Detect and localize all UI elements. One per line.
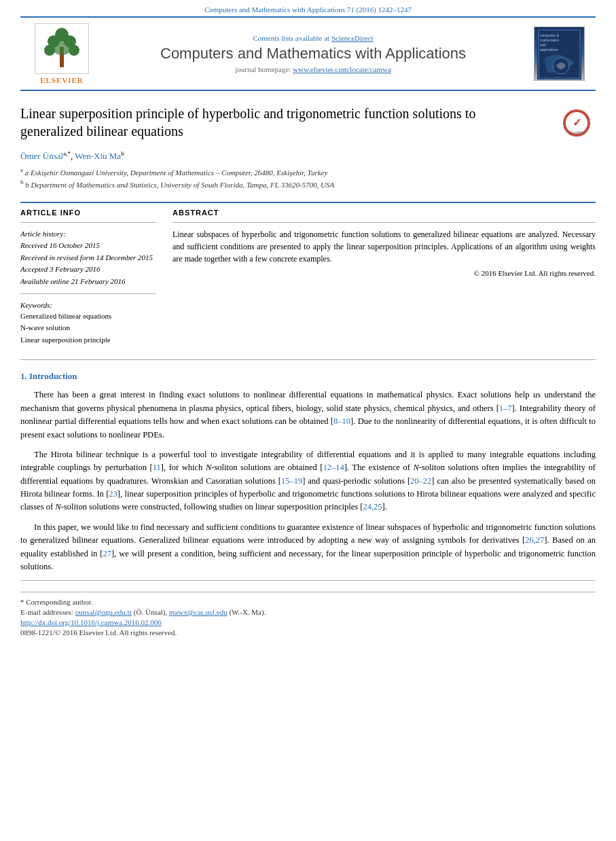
crossmark-badge[interactable]: ✓ CrossMark <box>562 108 596 142</box>
logo-box <box>35 23 89 74</box>
two-col-layout: ARTICLE INFO Article history: Received 1… <box>20 209 596 346</box>
email-note: E-mail addresses: ounsal@ogu.edu.tr (Ö. … <box>20 608 596 616</box>
intro-para-2: The Hirota bilinear technique is a power… <box>20 448 596 514</box>
keywords-divider <box>20 293 156 294</box>
keywords-label: Keywords: <box>20 301 156 309</box>
affiliations: a a Eskişehir Osmangazi University, Depa… <box>20 166 596 190</box>
info-divider <box>20 222 156 223</box>
journal-homepage: journal homepage: www.elsevier.com/locat… <box>99 65 527 73</box>
article-info-heading: ARTICLE INFO <box>20 209 156 217</box>
issn-line: 0898-1221/© 2016 Elsevier Ltd. All right… <box>20 628 596 637</box>
authors: Ömer Ünsala,*, Wen-Xiu Mab <box>20 150 596 162</box>
doi-line: http://dx.doi.org/10.1016/j.camwa.2016.0… <box>20 618 596 626</box>
abstract-text: Linear subspaces of hyperbolic and trigo… <box>173 228 596 265</box>
journal-center: Contents lists available at ScienceDirec… <box>92 34 534 73</box>
sciencedirect-link-text[interactable]: ScienceDirect <box>331 34 374 42</box>
svg-text:CrossMark: CrossMark <box>569 131 585 135</box>
svg-text:✓: ✓ <box>573 117 581 128</box>
corresponding-note: * Corresponding author. <box>20 598 596 606</box>
copyright-line: © 2016 Elsevier Ltd. All rights reserved… <box>173 269 596 277</box>
affil-a: a a Eskişehir Osmangazi University, Depa… <box>20 166 596 178</box>
journal-citation-link[interactable]: Computers and Mathematics with Applicati… <box>204 5 412 14</box>
abstract-divider <box>173 222 596 223</box>
body-divider <box>20 359 596 360</box>
abstract-heading: ABSTRACT <box>173 209 596 217</box>
sciencedirect-link: Contents lists available at ScienceDirec… <box>99 34 527 42</box>
top-journal-link[interactable]: Computers and Mathematics with Applicati… <box>0 0 616 16</box>
article-title: Linear superposition principle of hyperb… <box>20 105 482 140</box>
received-date: Received 16 October 2015 <box>20 240 156 252</box>
elsevier-label: ELSEVIER <box>40 76 84 84</box>
intro-heading: 1. Introduction <box>20 371 596 382</box>
keywords-section: Keywords: Generalized bilinear equations… <box>20 301 156 346</box>
thumb-svg: computers & mathematics with application… <box>537 29 581 79</box>
svg-point-6 <box>51 36 73 55</box>
revised-date: Received in revised form 14 December 201… <box>20 252 156 264</box>
keyword-2: N-wave solution <box>20 322 156 334</box>
article-title-section: Linear superposition principle of hyperb… <box>20 105 596 142</box>
email1-name: (Ö. Ünsal), <box>134 608 167 616</box>
email1-link[interactable]: ounsal@ogu.edu.tr <box>75 608 132 616</box>
svg-text:applications: applications <box>540 48 558 52</box>
page-wrapper: Computers and Mathematics with Applicati… <box>0 0 616 841</box>
article-info-col: ARTICLE INFO Article history: Received 1… <box>20 209 156 346</box>
body-content: 1. Introduction There has been a great i… <box>20 371 596 573</box>
journal-thumbnail: computers & mathematics with application… <box>534 26 585 81</box>
abstract-col: ABSTRACT Linear subspaces of hyperbolic … <box>173 209 596 346</box>
email2-link[interactable]: mawx@cas.usf.edu <box>169 608 228 616</box>
elsevier-tree-icon <box>41 26 82 71</box>
history-label: Article history: <box>20 228 156 240</box>
elsevier-logo-area: ELSEVIER <box>31 23 92 84</box>
intro-para-3: In this paper, we would like to find nec… <box>20 521 596 574</box>
homepage-link[interactable]: www.elsevier.com/locate/camwa <box>293 65 391 73</box>
accepted-date: Accepted 3 February 2016 <box>20 264 156 276</box>
section-divider-blue <box>20 202 596 203</box>
author-unsal: Ömer Ünsal <box>20 151 63 161</box>
email-label: E-mail addresses: <box>20 608 73 616</box>
journal-header: ELSEVIER Contents lists available at Sci… <box>20 16 596 91</box>
main-content: Linear superposition principle of hyperb… <box>20 91 596 573</box>
svg-text:mathematics: mathematics <box>540 38 560 42</box>
thumb-inner: computers & mathematics with application… <box>535 27 584 80</box>
intro-para-1: There has been a great interest in findi… <box>20 389 596 442</box>
svg-text:computers &: computers & <box>540 33 560 37</box>
keyword-3: Linear superposition principle <box>20 334 156 346</box>
author-ma: Wen-Xiu Ma <box>75 151 121 161</box>
journal-title: Computers and Mathematics with Applicati… <box>99 45 527 62</box>
keyword-1: Generalized bilinear equations <box>20 310 156 323</box>
doi-link[interactable]: http://dx.doi.org/10.1016/j.camwa.2016.0… <box>20 618 162 626</box>
footer: * Corresponding author. E-mail addresses… <box>20 580 596 644</box>
available-date: Available online 21 February 2016 <box>20 276 156 288</box>
email2-name: (W.-X. Ma). <box>229 608 266 616</box>
affil-b: b b Department of Mathematics and Statis… <box>20 178 596 190</box>
svg-text:with: with <box>540 43 546 47</box>
article-history: Article history: Received 16 October 201… <box>20 228 156 288</box>
crossmark-icon: ✓ CrossMark <box>562 108 592 139</box>
footer-divider <box>20 592 596 592</box>
